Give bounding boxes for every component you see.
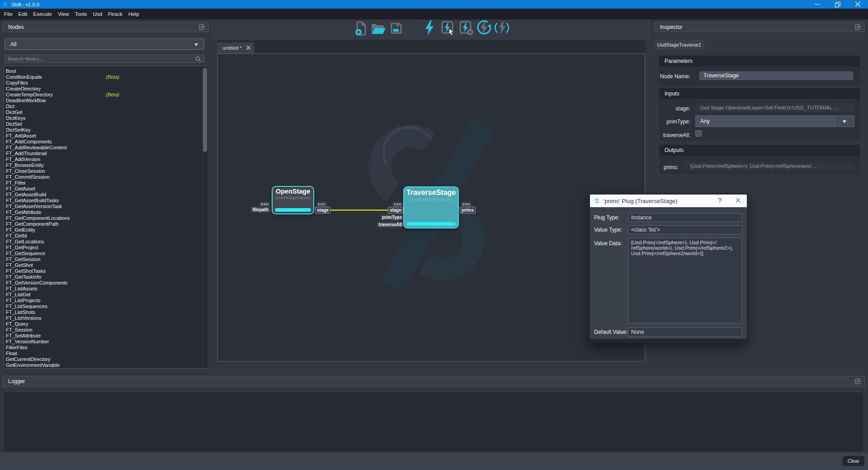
node-list-item[interactable]: FT_Filter [4,180,207,186]
open-graph-icon[interactable] [371,23,386,35]
value-data-field[interactable]: [Usd.Prim(</​refSphere>), Usd.Prim(</​re… [628,237,742,323]
plug-type-field[interactable]: Instance [628,213,742,222]
node-list-item[interactable]: FT_GetComponentPath [4,221,207,227]
popout-icon[interactable] [855,24,860,30]
menu-item[interactable]: View [58,11,69,17]
execute-from-node-icon[interactable] [459,21,474,36]
node-list-item[interactable]: FT_GetAttribute [4,209,207,215]
node-list-item[interactable]: CopyFiles [4,80,207,86]
node-list-item[interactable]: FT_ListGet [4,292,207,298]
scrollbar-thumb[interactable] [203,68,207,152]
port-stage-out[interactable]: stage [315,207,330,214]
node-list-item[interactable]: FT_GetAssetBuild [4,192,207,198]
close-button[interactable] [848,0,868,9]
menu-item[interactable]: Tools [75,11,87,17]
node-list-item[interactable]: GetCurrentDirectory [4,356,207,362]
primtype-dropdown[interactable]: Any [695,115,854,127]
node-list-item[interactable]: FT_Query [4,321,207,327]
execute-graph-icon[interactable] [424,20,435,36]
inspector-node-tab[interactable]: UsdStageTraverse1 [654,40,704,50]
node-list-item[interactable]: FT_CommitSession [4,174,207,180]
node-list-item[interactable]: FT_GetShotTasks [4,268,207,274]
node-list-item[interactable]: FT_GetSequence [4,251,207,256]
node-list-item[interactable]: FT_AddComponents [4,139,207,145]
node-list-item[interactable]: FT_BrowseEntity [4,162,207,168]
node-list-item[interactable]: FT_GetShot [4,262,207,268]
node-list-item[interactable]: Dict [4,104,207,109]
node-list-item[interactable]: GetEnvironmentVariable [4,362,207,368]
node-list-item[interactable]: Float [4,351,207,356]
new-graph-icon[interactable] [355,21,368,36]
dialog-help-button[interactable]: ? [718,197,722,204]
node-list-item[interactable]: FT_SetAttribute [4,333,207,339]
node-list-item[interactable]: FilterFiles [4,345,207,351]
node-list-item[interactable]: FT_ListSequences [4,304,207,309]
minimize-button[interactable] [807,0,827,9]
value-type-field[interactable]: <class 'list'> [628,225,742,234]
node-list-item[interactable]: FT_GetVersionComponents [4,280,207,286]
menu-item[interactable]: Usd [93,11,102,17]
node-list-item[interactable]: FT_CloseSession [4,168,207,174]
node-list-item[interactable]: DictSet [4,121,207,127]
node-list-item[interactable]: FT_AddThumbnail [4,151,207,157]
graph-node-openstage[interactable]: OpenStage (UsdStageOpen) [272,186,314,214]
popout-icon[interactable] [855,379,860,384]
node-list-item[interactable]: FT_AddReviewableContent [4,145,207,151]
node-list-item[interactable]: CreateDirectory [4,86,207,92]
restore-button[interactable] [827,0,848,9]
menu-item[interactable]: Help [128,11,139,17]
port-filepath[interactable]: filepath [251,207,270,213]
node-list-item[interactable]: FT_Session [4,327,207,333]
default-value-field[interactable]: None [628,328,742,337]
node-list-item[interactable]: FT_GetSession [4,256,207,262]
node-list-item[interactable]: FT_ListProjects [4,298,207,304]
node-list-item[interactable]: DeadlineWorkflow [4,98,207,104]
node-list-item[interactable]: FT_ListShots [4,309,207,315]
graph-node-traversestage[interactable]: TraverseStage (UsdStageTraverse) [403,186,459,228]
node-list-item[interactable]: FT_AddAsset [4,133,207,139]
node-list-item[interactable]: DictKeys [4,115,207,121]
stage-value-field[interactable]: Usd.Stage.Open(rootLayer=Sdf.Find('d:/US… [695,104,854,112]
node-list-item[interactable]: FT_ListAssets [4,286,207,292]
node-list-item[interactable]: FT_GetEntity [4,227,207,233]
save-graph-icon[interactable] [390,22,402,34]
tab-untitled[interactable]: untitled * [217,43,254,53]
clear-log-button[interactable]: Clear [843,456,864,466]
port-prims[interactable]: prims [460,207,476,214]
node-list-item[interactable]: FT_GetProject [4,245,207,251]
node-list-item[interactable]: ConditionEquals (Beta) [4,74,207,80]
node-list-item[interactable]: DictSetKey [4,127,207,133]
node-list-item[interactable]: FT_GetAssetBuildTasks [4,198,207,204]
live-execute-icon[interactable] [494,21,510,35]
log-output-area[interactable] [3,392,864,452]
node-list-item[interactable]: CreateTempDirectory (Beta) [4,92,207,98]
port-traverseall[interactable]: traverseAll [377,222,403,228]
node-list-item[interactable]: FT_GetAssetVersionTask [4,204,207,209]
node-list-item[interactable]: FT_GetAsset [4,186,207,192]
node-filter-dropdown[interactable]: All [5,38,204,50]
traverseall-checkbox[interactable] [695,130,702,137]
prims-value-field[interactable]: [Usd.Prim(</refSphere>), Usd.Prim(</refS… [686,162,854,171]
search-input[interactable]: Search Nodes... [5,55,204,63]
node-list-item[interactable]: FT_GetId [4,233,207,239]
port-primtype[interactable]: primType [381,214,403,220]
menu-item[interactable]: Edit [19,11,28,17]
node-name-input[interactable]: TraverseStage [699,71,853,80]
node-list-item[interactable]: FT_GetComponentLocations [4,215,207,221]
execute-selected-icon[interactable] [441,21,456,36]
menu-item[interactable]: Execute [33,11,52,17]
dialog-title-bar[interactable]: S 'prims' Plug (TraverseStage) ? [590,195,747,207]
tab-close-icon[interactable] [246,46,250,50]
connection-edge[interactable] [328,209,392,211]
node-list-item[interactable]: DictGet [4,109,207,115]
node-list-item[interactable]: Bool [4,68,207,74]
popout-icon[interactable] [199,24,204,30]
menu-item[interactable]: File [4,11,13,17]
node-list-item[interactable]: FT_ListVersions [4,315,207,321]
node-list-item[interactable]: FT_GetTaskInfo [4,274,207,280]
port-stage-in[interactable]: stage [388,207,403,214]
refresh-execute-icon[interactable] [476,20,491,36]
node-list-item[interactable]: FT_VersionNumber [4,339,207,345]
node-list-item[interactable]: FT_AddVersion [4,157,207,162]
node-list-item[interactable]: FT_GetLocations [4,239,207,245]
